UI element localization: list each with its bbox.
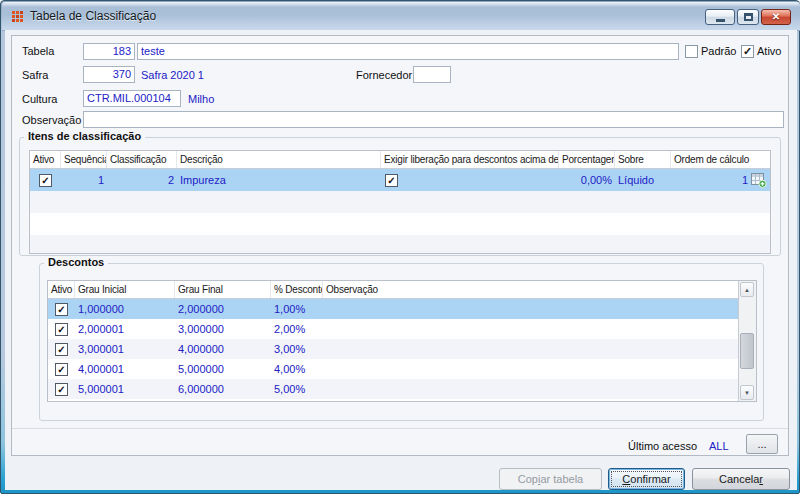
observacao-field[interactable] (83, 111, 784, 128)
cell-descricao: Impureza (177, 174, 381, 186)
desconto-row[interactable]: ✓ 5,000001 6,000000 5,00% (48, 379, 739, 399)
maximize-icon (744, 13, 753, 21)
cell-grau-inicial: 1,000000 (75, 303, 175, 315)
cell-grau-inicial: 4,000001 (75, 363, 175, 375)
descontos-group: Descontos Ativo Grau Inicial Grau Final … (39, 263, 764, 421)
col-porcentagem[interactable]: Porcentagem (559, 151, 615, 168)
footer-separator (12, 428, 788, 429)
cell-grau-inicial: 2,000001 (75, 323, 175, 335)
tabela-name-field[interactable]: teste (137, 43, 679, 60)
col-exigir-liberacao[interactable]: Exigir liberação para descontos acima de (381, 151, 559, 168)
empty-row (30, 235, 770, 253)
empty-row (30, 191, 770, 213)
dialog-window: Tabela de Classificação ✕ Tabela 183 tes… (0, 0, 800, 494)
confirmar-button[interactable]: Confirmar (608, 468, 685, 490)
cancelar-button[interactable]: Cancelar (692, 468, 790, 490)
maximize-button[interactable] (737, 9, 759, 25)
cell-grau-final: 2,000000 (175, 303, 271, 315)
ultimo-acesso-label: Último acesso (628, 440, 697, 452)
fornecedor-field[interactable] (413, 66, 451, 83)
cell-grau-inicial: 3,000001 (75, 343, 175, 355)
row-ativo-checkbox[interactable]: ✓ (55, 363, 68, 376)
cell-ordem-calculo: 1 (742, 174, 751, 186)
cell-sequencia: 1 (61, 174, 107, 186)
row-ativo-checkbox[interactable]: ✓ (55, 303, 68, 316)
cell-sobre: Líquido (615, 174, 671, 186)
minimize-icon (716, 19, 725, 22)
col-grau-final[interactable]: Grau Final (175, 281, 271, 298)
itens-grid: Ativo Sequência Classificação Descrição … (29, 150, 771, 254)
cultura-code-field[interactable]: CTR.MIL.000104 (83, 90, 181, 107)
safra-code-field[interactable]: 370 (83, 66, 135, 83)
browse-button[interactable]: ... (746, 434, 778, 454)
scrollbar-thumb[interactable] (740, 333, 754, 369)
itens-classificacao-title: Itens de classificação (24, 130, 145, 142)
col-descricao[interactable]: Descrição (177, 151, 381, 168)
cell-grau-final: 5,000000 (175, 363, 271, 375)
cell-desconto: 5,00% (271, 383, 323, 395)
desconto-row[interactable]: ✓ 2,000001 3,000000 2,00% (48, 319, 739, 339)
safra-name-text: Safra 2020 1 (141, 69, 204, 81)
cultura-label: Cultura (22, 93, 57, 105)
row-ativo-checkbox[interactable]: ✓ (55, 383, 68, 396)
copiar-tabela-button[interactable]: Copiar tabela (499, 468, 602, 490)
itens-classificacao-group: Itens de classificação Ativo Sequência C… (19, 137, 781, 256)
itens-row-selected[interactable]: ✓ 1 2 Impureza ✓ 0,00% Líquido 1 (30, 169, 770, 191)
cell-grau-final: 4,000000 (175, 343, 271, 355)
cell-desconto: 2,00% (271, 323, 323, 335)
descontos-grid-header: Ativo Grau Inicial Grau Final % Desconto… (48, 281, 739, 299)
scroll-down-icon: ▼ (744, 390, 750, 396)
scroll-up-icon: ▲ (744, 287, 750, 293)
row-ativo-checkbox[interactable]: ✓ (55, 323, 68, 336)
dialog-body: Tabela 183 teste Padrão ✓ Ativo Safra 37… (5, 30, 797, 490)
ativo-label: Ativo (757, 45, 781, 57)
vertical-scrollbar[interactable]: ▲ ▼ (738, 281, 756, 401)
fornecedor-label: Fornecedor (356, 69, 412, 81)
safra-label: Safra (22, 69, 48, 81)
window-title: Tabela de Classificação (30, 9, 156, 23)
scroll-down-button[interactable]: ▼ (740, 385, 754, 400)
descontos-grid: Ativo Grau Inicial Grau Final % Desconto… (47, 280, 757, 402)
cell-porcentagem: 0,00% (559, 174, 615, 186)
col-desconto[interactable]: % Desconto (271, 281, 323, 298)
col-sequencia[interactable]: Sequência (61, 151, 107, 168)
col-ativo[interactable]: Ativo (30, 151, 61, 168)
cultura-name-text: Milho (188, 93, 214, 105)
col-ativo[interactable]: Ativo (48, 281, 75, 298)
desconto-row[interactable]: ✓ 4,000001 5,000000 4,00% (48, 359, 739, 379)
cell-desconto: 1,00% (271, 303, 323, 315)
scroll-up-button[interactable]: ▲ (740, 282, 754, 297)
row-exigir-checkbox[interactable]: ✓ (385, 174, 398, 187)
descontos-title: Descontos (44, 256, 108, 268)
cell-grau-inicial: 5,000001 (75, 383, 175, 395)
col-ordem-calculo[interactable]: Ordem de cálculo (671, 151, 770, 168)
app-icon (11, 10, 24, 23)
col-classificacao[interactable]: Classificação (107, 151, 177, 168)
row-ativo-checkbox[interactable]: ✓ (55, 343, 68, 356)
desconto-row[interactable]: ✓ 3,000001 4,000000 3,00% (48, 339, 739, 359)
itens-grid-header: Ativo Sequência Classificação Descrição … (30, 151, 770, 169)
tabela-label: Tabela (22, 45, 54, 57)
minimize-button[interactable] (705, 9, 735, 25)
browse-button-label: ... (757, 438, 766, 450)
calc-order-grid-add-icon[interactable] (751, 173, 767, 188)
col-observacao[interactable]: Observação (323, 281, 739, 298)
cell-classificacao: 2 (107, 174, 177, 186)
row-ativo-checkbox[interactable]: ✓ (39, 174, 52, 187)
padrao-checkbox[interactable] (685, 45, 698, 58)
tabela-code-field[interactable]: 183 (83, 43, 135, 60)
col-sobre[interactable]: Sobre (615, 151, 671, 168)
padrao-label: Padrão (701, 45, 736, 57)
desconto-row[interactable]: ✓ 1,000000 2,000000 1,00% (48, 299, 739, 319)
col-grau-inicial[interactable]: Grau Inicial (75, 281, 175, 298)
ativo-checkbox[interactable]: ✓ (741, 45, 754, 58)
empty-row (30, 213, 770, 235)
titlebar[interactable]: Tabela de Classificação ✕ (2, 2, 800, 31)
observacao-label: Observação (22, 114, 81, 126)
close-icon: ✕ (772, 10, 780, 24)
ultimo-acesso-value: ALL (709, 440, 729, 452)
close-button[interactable]: ✕ (761, 9, 791, 25)
cell-desconto: 4,00% (271, 363, 323, 375)
cell-grau-final: 6,000000 (175, 383, 271, 395)
cell-desconto: 3,00% (271, 343, 323, 355)
